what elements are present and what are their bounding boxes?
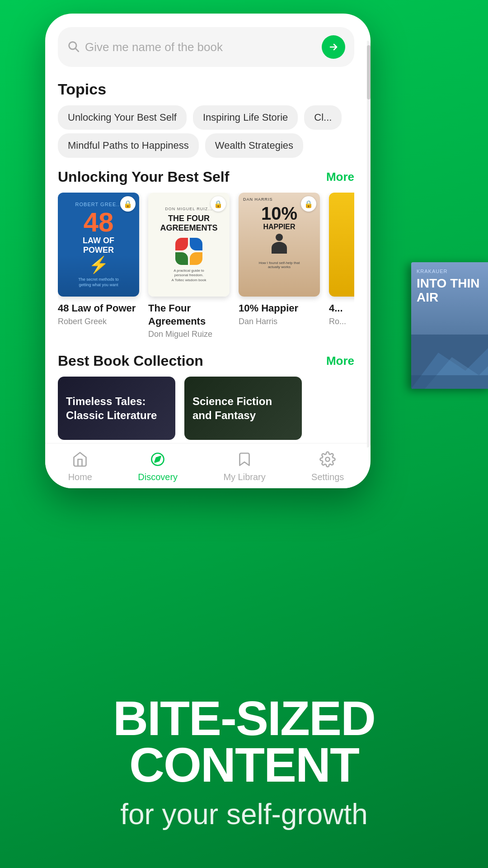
book-title-happier: 10% Happier — [239, 302, 320, 315]
floating-book: KRAKAUER INTO THIN AIR — [411, 262, 488, 389]
search-bar: Give me name of the book — [58, 27, 354, 67]
book-card-happier[interactable]: 🔒 DAN HARRIS 10% HAPPIER How I found sel… — [239, 193, 320, 339]
scrollbar-thumb — [367, 45, 371, 99]
svg-point-5 — [326, 458, 330, 462]
nav-item-home[interactable]: Home — [68, 449, 92, 482]
promo-sub-text: for your self-growth — [27, 797, 461, 832]
book-author-partial: Ro... — [329, 317, 354, 326]
discovery-icon — [148, 449, 168, 469]
unlocking-section-title: Unlocking Your Best Self — [58, 169, 229, 185]
collection-card-classic[interactable]: Timeless Tales: Classic Literature — [58, 377, 175, 440]
collection-row: Timeless Tales: Classic Literature Scien… — [58, 377, 354, 440]
bottom-navigation: Home Discovery My Library — [45, 443, 367, 488]
topic-chip-unlocking[interactable]: Unlocking Your Best Self — [58, 105, 187, 130]
book-cover-agreements: 🔒 DON MIGUEL RUIZ... THE FOURAGREEMENTS … — [148, 193, 230, 297]
book-cover-48law: 🔒 ROBERT GREE... 48 LAW OFPOWER ⚡ The se… — [58, 193, 139, 297]
svg-marker-4 — [155, 457, 161, 462]
book-title-partial: 4... — [329, 302, 354, 315]
topics-title: Topics — [58, 80, 354, 98]
floating-book-author: KRAKAUER — [417, 269, 487, 274]
book-title-agreements: The Four Agreements — [148, 302, 230, 328]
lock-badge-1: 🔒 — [120, 196, 136, 212]
home-icon — [70, 449, 90, 469]
lock-badge-2: 🔒 — [211, 196, 226, 212]
topics-row: Unlocking Your Best Self Inspiring Life … — [58, 105, 354, 130]
search-icon — [67, 40, 80, 54]
book-card-partial[interactable]: 🔒 4... Ro... — [329, 193, 354, 339]
nav-label-library: My Library — [223, 472, 265, 482]
collection-section-header: Best Book Collection More — [58, 353, 354, 369]
lock-badge-3: 🔒 — [301, 196, 316, 212]
phone-frame: Give me name of the book Topics Unlockin… — [45, 14, 371, 488]
search-placeholder[interactable]: Give me name of the book — [85, 40, 316, 54]
topic-chip-cl[interactable]: Cl... — [304, 105, 342, 130]
nav-item-library[interactable]: My Library — [223, 449, 265, 482]
book-card-48law[interactable]: 🔒 ROBERT GREE... 48 LAW OFPOWER ⚡ The se… — [58, 193, 139, 339]
collection-card-scifi[interactable]: Science Fiction and Fantasy — [184, 377, 302, 440]
nav-item-settings[interactable]: Settings — [311, 449, 344, 482]
topics-row-2: Mindful Paths to Happiness Wealth Strate… — [58, 133, 354, 158]
book-cover-happier: 🔒 DAN HARRIS 10% HAPPIER How I found sel… — [239, 193, 320, 297]
book-author-agreements: Don Miguel Ruize — [148, 330, 230, 339]
library-icon — [235, 449, 254, 469]
collection-title-scifi: Science Fiction and Fantasy — [192, 394, 294, 422]
nav-label-settings: Settings — [311, 472, 344, 482]
promo-main-text: BITE-SIZED CONTENT — [27, 695, 461, 788]
book-author-happier: Dan Harris — [239, 317, 320, 326]
collection-section-title: Best Book Collection — [58, 353, 203, 369]
topic-chip-mindful[interactable]: Mindful Paths to Happiness — [58, 133, 199, 158]
collection-more-button[interactable]: More — [326, 354, 354, 368]
scrollbar[interactable] — [367, 41, 371, 448]
book-card-agreements[interactable]: 🔒 DON MIGUEL RUIZ... THE FOURAGREEMENTS … — [148, 193, 230, 339]
nav-item-discovery[interactable]: Discovery — [138, 449, 178, 482]
books-row: 🔒 ROBERT GREE... 48 LAW OFPOWER ⚡ The se… — [58, 193, 354, 339]
book-title-48law: 48 Law of Power — [58, 302, 139, 315]
topic-chip-wealth[interactable]: Wealth Strategies — [205, 133, 303, 158]
svg-line-1 — [75, 48, 78, 51]
promo-section: BITE-SIZED CONTENT for your self-growth — [0, 695, 488, 832]
nav-label-discovery: Discovery — [138, 472, 178, 482]
floating-book-title: INTO THIN AIR — [417, 277, 487, 305]
phone-content: Give me name of the book Topics Unlockin… — [45, 14, 367, 488]
book-cover-partial: 🔒 — [329, 193, 354, 297]
book-author-48law: Robert Greek — [58, 317, 139, 326]
settings-icon — [318, 449, 338, 469]
search-send-button[interactable] — [322, 35, 345, 59]
nav-label-home: Home — [68, 472, 92, 482]
topic-chip-inspiring[interactable]: Inspiring Life Storie — [193, 105, 298, 130]
unlocking-section-header: Unlocking Your Best Self More — [58, 169, 354, 185]
svg-rect-9 — [411, 375, 488, 389]
collection-title-classic: Timeless Tales: Classic Literature — [66, 394, 167, 422]
unlocking-more-button[interactable]: More — [326, 170, 354, 184]
